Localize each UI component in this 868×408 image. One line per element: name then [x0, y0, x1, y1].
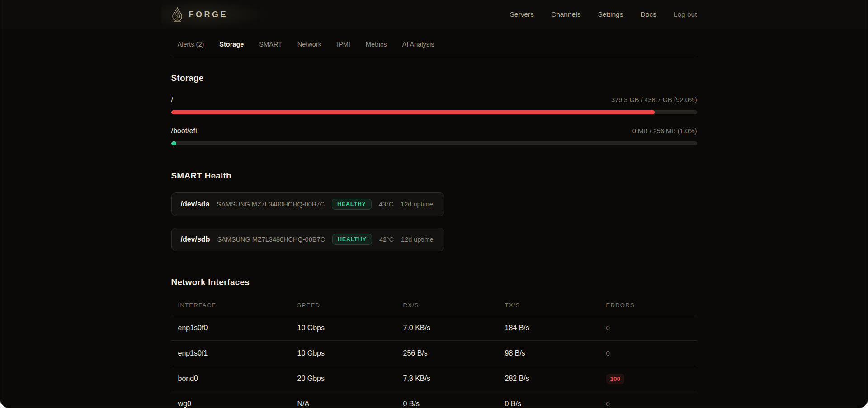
- cell-speed: 10 Gbps: [291, 341, 396, 366]
- cell-tx: 282 B/s: [498, 366, 599, 391]
- table-row: bond0 20 Gbps 7.3 KB/s 282 B/s 100: [171, 366, 697, 391]
- tab-bar: Alerts (2) Storage SMART Network IPMI Me…: [171, 29, 697, 56]
- smart-device-temp: 43°C: [379, 201, 393, 208]
- cell-speed: 10 Gbps: [291, 315, 396, 341]
- tab[interactable]: Metrics: [366, 41, 387, 48]
- storage-section: Storage / 379.3 GB / 438.7 GB (92.0%): [171, 73, 697, 145]
- smart-device-model: SAMSUNG MZ7L3480HCHQ-00B7C: [217, 236, 325, 243]
- tab[interactable]: Network: [297, 41, 321, 48]
- cell-tx: 184 B/s: [498, 315, 599, 341]
- cell-rx: 256 B/s: [396, 341, 498, 366]
- mount-usage: 379.3 GB / 438.7 GB (92.0%): [611, 96, 697, 103]
- usage-bar-track: [171, 110, 697, 114]
- table-header-row: INTERFACE SPEED RX/S TX/S ERRORS: [171, 294, 697, 315]
- mount-usage: 0 MB / 256 MB (1.0%): [632, 127, 697, 135]
- smart-device-model: SAMSUNG MZ7L3480HCHQ-00B7C: [217, 201, 325, 208]
- table-row: wg0 N/A 0 B/s 0 B/s 0: [171, 391, 697, 408]
- mount-list: / 379.3 GB / 438.7 GB (92.0%) /boot/efi …: [171, 96, 697, 145]
- mount-path: /: [171, 96, 173, 104]
- mount-row: / 379.3 GB / 438.7 GB (92.0%): [171, 96, 697, 114]
- nav-link[interactable]: Servers: [510, 10, 534, 19]
- tab[interactable]: AI Analysis: [402, 41, 434, 48]
- cell-interface: bond0: [171, 366, 291, 391]
- network-heading: Network Interfaces: [171, 277, 697, 287]
- cell-errors: 100: [599, 366, 697, 391]
- table-body: enp1s0f0 10 Gbps 7.0 KB/s 184 B/s 0 enp1…: [171, 315, 697, 408]
- smart-heading: SMART Health: [171, 171, 697, 181]
- errors-value: 0: [606, 349, 610, 357]
- smart-section: SMART Health /dev/sda SAMSUNG MZ7L3480HC…: [171, 171, 697, 251]
- col-header-rx: RX/S: [396, 294, 498, 315]
- table-row: enp1s0f1 10 Gbps 256 B/s 98 B/s 0: [171, 341, 697, 366]
- col-header-interface: INTERFACE: [171, 294, 291, 315]
- cell-interface: wg0: [171, 391, 291, 408]
- cell-speed: 20 Gbps: [291, 366, 396, 391]
- brand-name: FORGE: [189, 10, 228, 19]
- smart-device-card: /dev/sda SAMSUNG MZ7L3480HCHQ-00B7C HEAL…: [171, 192, 444, 216]
- col-header-errors: ERRORS: [599, 294, 697, 315]
- tab[interactable]: SMART: [259, 41, 282, 48]
- usage-bar-fill: [171, 110, 655, 114]
- healthy-status-badge: HEALTHY: [332, 234, 372, 245]
- forge-flame-icon: [171, 7, 183, 22]
- app-page: FORGE Servers Channels Settings Docs Log…: [0, 0, 868, 408]
- cell-rx: 7.0 KB/s: [396, 315, 498, 341]
- network-interfaces-table: INTERFACE SPEED RX/S TX/S ERRORS enp1s0f…: [171, 294, 697, 408]
- nav-link[interactable]: Docs: [640, 10, 656, 19]
- nav-link[interactable]: Log out: [674, 10, 697, 19]
- cell-errors: 0: [599, 315, 697, 341]
- cell-rx: 0 B/s: [396, 391, 498, 408]
- main-nav: Servers Channels Settings Docs Log out: [510, 10, 697, 19]
- cell-tx: 0 B/s: [498, 391, 599, 408]
- cell-interface: enp1s0f0: [171, 315, 291, 341]
- smart-device-name: /dev/sda: [181, 200, 210, 208]
- mount-row: /boot/efi 0 MB / 256 MB (1.0%): [171, 127, 697, 145]
- usage-bar-track: [171, 141, 697, 145]
- cell-tx: 98 B/s: [498, 341, 599, 366]
- errors-value: 0: [606, 324, 610, 332]
- smart-device-name: /dev/sdb: [181, 235, 210, 244]
- cell-speed: N/A: [291, 391, 396, 408]
- tab[interactable]: Storage: [219, 41, 244, 48]
- cell-rx: 7.3 KB/s: [396, 366, 498, 391]
- errors-value: 100: [606, 374, 625, 384]
- cell-errors: 0: [599, 391, 697, 408]
- storage-heading: Storage: [171, 73, 697, 83]
- top-bar: FORGE Servers Channels Settings Docs Log…: [0, 0, 868, 29]
- brand[interactable]: FORGE: [171, 7, 228, 22]
- col-header-tx: TX/S: [498, 294, 599, 315]
- col-header-speed: SPEED: [291, 294, 396, 315]
- errors-value: 0: [606, 400, 610, 408]
- smart-device-uptime: 12d uptime: [401, 236, 434, 243]
- nav-link[interactable]: Channels: [551, 10, 581, 19]
- cell-interface: enp1s0f1: [171, 341, 291, 366]
- mount-path: /boot/efi: [171, 127, 197, 135]
- healthy-status-badge: HEALTHY: [332, 199, 372, 210]
- tab[interactable]: IPMI: [337, 41, 350, 48]
- network-section: Network Interfaces INTERFACE SPEED RX/S …: [171, 277, 697, 408]
- smart-card-list: /dev/sda SAMSUNG MZ7L3480HCHQ-00B7C HEAL…: [171, 192, 697, 251]
- table-row: enp1s0f0 10 Gbps 7.0 KB/s 184 B/s 0: [171, 315, 697, 341]
- cell-errors: 0: [599, 341, 697, 366]
- tab[interactable]: Alerts (2): [178, 41, 204, 48]
- usage-bar-fill: [171, 141, 177, 145]
- smart-device-card: /dev/sdb SAMSUNG MZ7L3480HCHQ-00B7C HEAL…: [171, 228, 444, 251]
- smart-device-temp: 42°C: [379, 236, 394, 243]
- nav-link[interactable]: Settings: [598, 10, 623, 19]
- smart-device-uptime: 12d uptime: [401, 201, 433, 208]
